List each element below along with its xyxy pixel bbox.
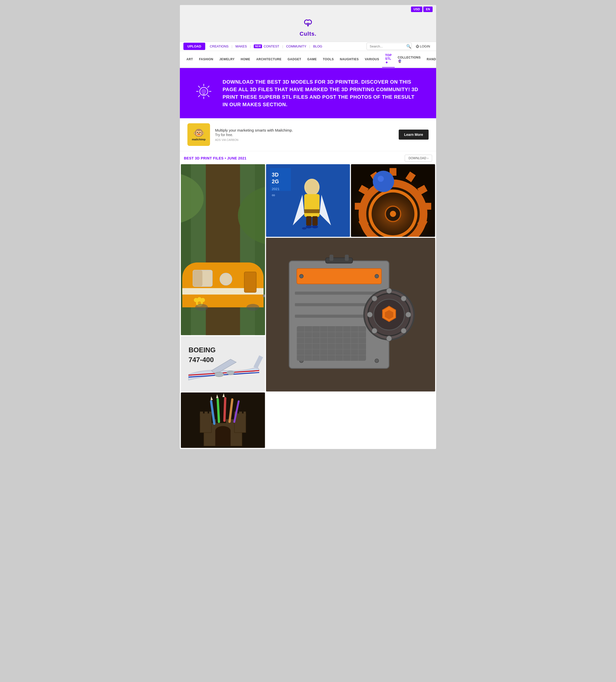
svg-rect-27 xyxy=(244,272,256,293)
svg-point-118 xyxy=(215,372,224,377)
image-grid: 3D 2G 2021 ∞ xyxy=(180,164,436,449)
svg-rect-97 xyxy=(345,255,349,260)
svg-point-31 xyxy=(197,297,201,301)
svg-line-6 xyxy=(198,86,200,88)
language-button[interactable]: EN xyxy=(423,6,433,12)
currency-button[interactable]: USD xyxy=(411,6,422,12)
cat-architecture[interactable]: ARCHITECTURE xyxy=(253,55,285,64)
cat-random[interactable]: RANDOM xyxy=(423,55,436,64)
svg-text:∞: ∞ xyxy=(271,192,275,198)
svg-point-53 xyxy=(302,227,307,229)
ad-brand-text: mailchimp xyxy=(192,138,205,141)
cat-jewelry[interactable]: JEWELRY xyxy=(216,55,238,64)
nav-bar: UPLOAD CREATIONS | MAKES | NEW CONTEST |… xyxy=(180,42,436,51)
image-mechanical-box[interactable] xyxy=(266,238,435,391)
cat-tools[interactable]: TOOLS xyxy=(320,55,337,64)
svg-point-92 xyxy=(372,296,377,301)
hero-text: DOWNLOAD THE BEST 3D MODELS FOR 3D PRINT… xyxy=(223,78,421,108)
cat-home[interactable]: HOME xyxy=(238,55,253,64)
cat-fashion[interactable]: FASHION xyxy=(196,55,216,64)
svg-text:747-400: 747-400 xyxy=(189,356,214,364)
image-castle-pencil[interactable] xyxy=(181,392,265,448)
cat-game[interactable]: GAME xyxy=(304,55,320,64)
svg-text:2G: 2G xyxy=(271,179,279,185)
cat-collections[interactable]: COLLECTIONS 🔮 xyxy=(395,53,424,66)
logo[interactable]: Cults. xyxy=(300,18,316,37)
login-button[interactable]: ⏻ LOGIN xyxy=(413,42,433,50)
svg-text:2021: 2021 xyxy=(271,187,279,191)
top-stl-icon: ✦ xyxy=(385,61,389,65)
image-gear-mechanism[interactable] xyxy=(351,164,435,237)
logo-text: Cults. xyxy=(300,31,316,37)
cat-naughties[interactable]: NAUGHTIES xyxy=(337,55,362,64)
svg-line-66 xyxy=(360,221,367,225)
svg-rect-24 xyxy=(193,270,202,287)
cat-gadget[interactable]: GADGET xyxy=(285,55,304,64)
svg-line-8 xyxy=(207,86,209,88)
svg-line-60 xyxy=(419,188,426,191)
image-camper-birdhouse[interactable] xyxy=(181,164,265,335)
svg-point-87 xyxy=(405,312,411,317)
ad-subtitle: Try for free. xyxy=(215,133,394,137)
svg-rect-96 xyxy=(329,255,333,260)
svg-rect-125 xyxy=(204,412,207,416)
hero-banner: DOWNLOAD THE BEST 3D MODELS FOR 3D PRINT… xyxy=(180,68,436,118)
nav-contest[interactable]: NEW CONTEST xyxy=(251,42,282,51)
svg-point-91 xyxy=(367,312,372,317)
download-button[interactable]: DOWNLOAD › xyxy=(405,155,432,162)
cat-various[interactable]: VARIOUS xyxy=(362,55,382,64)
svg-point-75 xyxy=(300,274,303,278)
ad-title: Multiply your marketing smarts with Mail… xyxy=(215,128,394,132)
svg-point-85 xyxy=(387,288,392,293)
svg-point-67 xyxy=(373,171,394,192)
svg-rect-130 xyxy=(208,419,212,424)
svg-line-64 xyxy=(360,188,367,191)
upload-button[interactable]: UPLOAD xyxy=(183,43,205,50)
nav-blog[interactable]: BLOG xyxy=(311,42,325,51)
image-boeing[interactable]: BOEING 747-400 xyxy=(181,336,265,392)
nav-links: CREATIONS | MAKES | NEW CONTEST | COMMUN… xyxy=(207,42,367,51)
top-bar: USD EN xyxy=(180,5,436,14)
svg-text:3D: 3D xyxy=(271,172,278,178)
image-one-punch-man[interactable]: 3D 2G 2021 ∞ xyxy=(266,164,350,237)
svg-rect-44 xyxy=(304,209,320,213)
svg-point-10 xyxy=(201,89,206,94)
svg-point-51 xyxy=(306,225,312,228)
svg-line-62 xyxy=(419,221,426,225)
svg-rect-128 xyxy=(239,412,242,416)
svg-point-0 xyxy=(308,20,308,21)
svg-point-68 xyxy=(378,176,384,182)
nav-makes[interactable]: MAKES xyxy=(233,42,249,51)
svg-line-59 xyxy=(409,174,413,180)
svg-point-86 xyxy=(401,296,406,301)
header: Cults. xyxy=(180,14,436,42)
cat-art[interactable]: ART xyxy=(183,55,196,64)
search-wrap: 🔍 ⏻ LOGIN xyxy=(367,42,433,50)
svg-rect-43 xyxy=(304,194,320,217)
hero-bulb-icon xyxy=(195,83,213,104)
svg-point-50 xyxy=(306,180,318,194)
svg-line-7 xyxy=(207,95,209,97)
svg-point-119 xyxy=(227,371,235,374)
section-header: BEST 3D PRINT FILES • JUNE 2021 DOWNLOAD… xyxy=(180,151,436,164)
svg-point-34 xyxy=(195,304,208,311)
svg-rect-126 xyxy=(209,412,212,416)
collections-icon: 🔮 xyxy=(398,59,402,63)
svg-rect-25 xyxy=(220,273,232,285)
svg-rect-79 xyxy=(295,292,383,295)
new-badge: NEW xyxy=(254,44,262,48)
svg-point-90 xyxy=(372,328,377,334)
category-nav: ART FASHION JEWELRY HOME ARCHITECTURE GA… xyxy=(180,51,436,68)
nav-creations[interactable]: CREATIONS xyxy=(207,42,231,51)
search-button[interactable]: 🔍 xyxy=(406,44,411,49)
ad-learn-more-button[interactable]: Learn More xyxy=(399,130,428,140)
svg-rect-133 xyxy=(230,419,234,424)
cat-top-stl[interactable]: TOP STL ✦ xyxy=(382,51,395,68)
svg-text:BOEING: BOEING xyxy=(189,346,216,354)
search-input[interactable] xyxy=(367,43,412,50)
svg-rect-74 xyxy=(297,268,381,284)
ad-via: ADS VIA CARBON xyxy=(215,138,394,141)
nav-community[interactable]: COMMUNITY xyxy=(284,42,309,51)
ad-content: Multiply your marketing smarts with Mail… xyxy=(215,128,394,141)
monkey-icon: 🐵 xyxy=(193,128,204,137)
